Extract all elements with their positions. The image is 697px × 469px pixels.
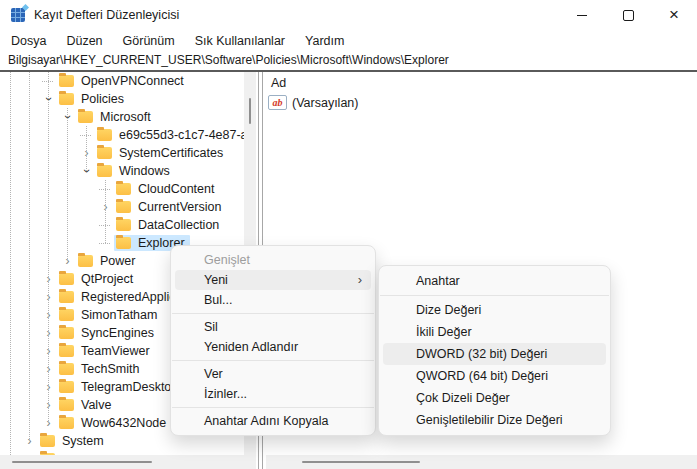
registry-value-row[interactable]: ab (Varsayılan) [268, 95, 697, 110]
tree-item-label: e69c55d3-c1c7-4e87-ac [117, 128, 244, 142]
context-menu-item-sil[interactable]: Sil [175, 317, 371, 337]
menu-item-label: Genişletilebilir Dize Değeri [416, 413, 563, 427]
close-button[interactable] [651, 0, 697, 30]
tree-item-systemcertificates[interactable]: SystemCertificates [0, 144, 244, 162]
menubar-item-yardim[interactable]: Yardım [295, 32, 354, 50]
context-menu-item-genislet[interactable]: Genişlet [175, 250, 371, 270]
menubar-item-gorunum[interactable]: Görünüm [113, 32, 185, 50]
address-bar[interactable]: Bilgisayar\HKEY_CURRENT_USER\Software\Po… [0, 52, 697, 72]
tree-item-cloudcontent[interactable]: CloudContent [0, 180, 244, 198]
submenu-item-ikili-deger[interactable]: İkili Değer [383, 321, 606, 343]
menu-item-label: Yeni [204, 273, 228, 287]
minimize-icon [577, 15, 587, 16]
tree-connector-line [10, 72, 11, 455]
new-submenu: Anahtar Dize Değeri İkili Değer DWORD (3… [378, 265, 611, 436]
submenu-item-genisletilebilir-dize-degeri[interactable]: Genişletilebilir Dize Değeri [383, 409, 606, 431]
tree-connector-line [48, 72, 49, 423]
tree-item-e69c55d3-c1c7-4e87-ac[interactable]: e69c55d3-c1c7-4e87-ac [0, 126, 244, 144]
registry-editor-app-icon [11, 8, 25, 22]
folder-icon [59, 309, 74, 321]
tree-connector-line [29, 72, 30, 441]
submenu-item-dize-degeri[interactable]: Dize Değeri [383, 299, 606, 321]
context-menu-item-yeniden-adlandir[interactable]: Yeniden Adlandır [175, 337, 371, 357]
tree-item-label: SimonTatham [79, 308, 159, 322]
menu-item-label: İkili Değer [416, 325, 472, 339]
folder-icon [59, 93, 74, 105]
menu-separator [172, 313, 374, 314]
menu-item-label: Sil [204, 320, 218, 334]
tree-item-microsoft[interactable]: Microsoft [0, 108, 244, 126]
folder-icon [97, 147, 112, 159]
tree-item-label: QtProject [79, 272, 135, 286]
tree-item-label: TelegramDesktop [79, 380, 180, 394]
folder-icon [59, 345, 74, 357]
column-header-name[interactable]: Ad [266, 72, 697, 93]
window-controls [559, 0, 697, 30]
tree-item-windows[interactable]: Windows [0, 162, 244, 180]
menu-item-label: Anahtar [416, 274, 460, 288]
regedit-window: Kayıt Defteri Düzenleyicisi DosyaDüzenGö… [0, 0, 697, 469]
submenu-item-dword-32-bit-degeri[interactable]: DWORD (32 bit) Değeri [383, 343, 606, 365]
tree-item-label: TechSmith [79, 362, 141, 376]
string-value-icon: ab [268, 95, 287, 110]
tree-item-label: SystemCertificates [117, 146, 225, 160]
tree-vertical-scrollbar-thumb[interactable] [249, 98, 251, 124]
submenu-chevron-icon [358, 270, 362, 290]
list-horizontal-scrollbar-thumb[interactable] [302, 461, 420, 463]
maximize-icon [623, 10, 634, 21]
tree-item-label: Power [98, 254, 137, 268]
menubar: DosyaDüzenGörünümSık KullanılanlarYardım [0, 30, 697, 52]
menu-separator [172, 360, 374, 361]
tree-item-label: System [60, 434, 106, 448]
menu-item-label: İzinler... [204, 387, 247, 401]
folder-icon [116, 237, 131, 249]
menu-item-label: Anahtar Adını Kopyala [204, 414, 328, 428]
tree-item-policies[interactable]: Policies [0, 90, 244, 108]
menu-separator [172, 407, 374, 408]
tree-item-datacollection[interactable]: DataCollection [0, 216, 244, 234]
folder-icon [59, 291, 74, 303]
tree-horizontal-scrollbar-thumb[interactable] [12, 461, 152, 463]
tree-item-label: CloudContent [136, 182, 216, 196]
menubar-item-sik-kullanilanlar[interactable]: Sık Kullanılanlar [185, 32, 295, 50]
folder-icon [59, 363, 74, 375]
folder-icon [116, 219, 131, 231]
titlebar: Kayıt Defteri Düzenleyicisi [0, 0, 697, 30]
minimize-button[interactable] [559, 0, 605, 30]
folder-icon [78, 255, 93, 267]
address-path: Bilgisayar\HKEY_CURRENT_USER\Software\Po… [8, 53, 449, 67]
tree-item-label: DataCollection [136, 218, 221, 232]
context-menu-item-ver[interactable]: Ver [175, 364, 371, 384]
submenu-item-qword-64-bit-degeri[interactable]: QWORD (64 bit) Değeri [383, 365, 606, 387]
menubar-item-duzen[interactable]: Düzen [56, 32, 112, 50]
menu-item-label: Genişlet [204, 253, 250, 267]
tree-item-label: Policies [79, 92, 126, 106]
tree-item-openvpnconnect[interactable]: OpenVPNConnect [0, 72, 244, 90]
folder-icon [78, 111, 93, 123]
tree-item-label: OpenVPNConnect [79, 74, 186, 88]
context-menu-item-anahtar-adini-kopyala[interactable]: Anahtar Adını Kopyala [175, 411, 371, 431]
context-menu: Genişlet Yeni Bul... Sil Yeniden Adlandı… [170, 245, 376, 436]
tree-item-label: TeamViewer [79, 344, 152, 358]
context-menu-item-yeni[interactable]: Yeni [175, 270, 371, 290]
tree-item-label: Microsoft [98, 110, 153, 124]
menubar-item-dosya[interactable]: Dosya [1, 32, 56, 50]
submenu-item-cok-dizeli-deger[interactable]: Çok Dizeli Değer [383, 387, 606, 409]
folder-icon [59, 273, 74, 285]
folder-icon [59, 327, 74, 339]
folder-icon [116, 183, 131, 195]
context-menu-item-bul[interactable]: Bul... [175, 290, 371, 310]
maximize-button[interactable] [605, 0, 651, 30]
menu-item-label: Yeniden Adlandır [204, 340, 298, 354]
tree-item-label: Wow6432Node [79, 416, 168, 430]
folder-icon [59, 381, 74, 393]
tree-horizontal-scrollbar[interactable] [0, 455, 256, 469]
menu-item-label: Çok Dizeli Değer [416, 391, 510, 405]
context-menu-item-izinler[interactable]: İzinler... [175, 384, 371, 404]
menu-item-label: QWORD (64 bit) Değeri [416, 369, 548, 383]
list-horizontal-scrollbar[interactable] [266, 455, 697, 469]
tree-item-currentversion[interactable]: CurrentVersion [0, 198, 244, 216]
close-icon [669, 6, 679, 24]
tree-item-label: SyncEngines [79, 326, 156, 340]
submenu-item-anahtar[interactable]: Anahtar [383, 270, 606, 292]
